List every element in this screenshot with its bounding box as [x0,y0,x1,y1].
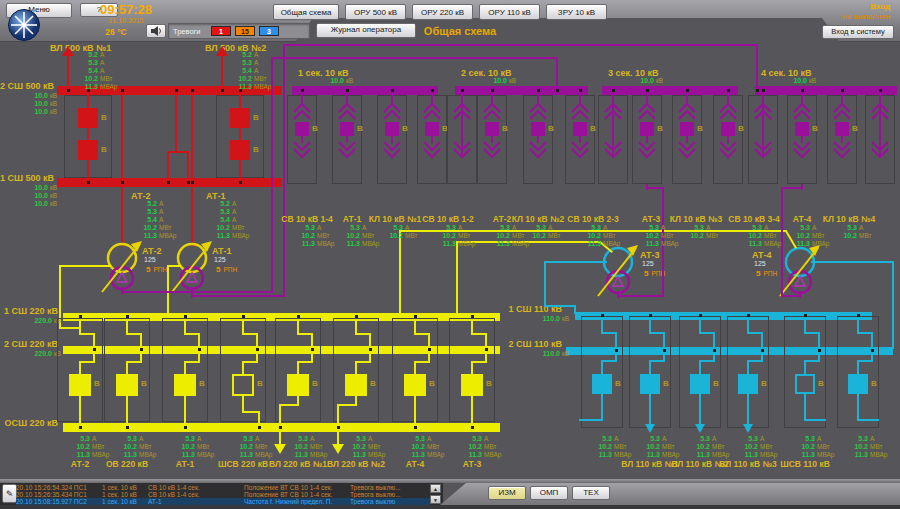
breaker-110[interactable] [592,374,612,394]
breaker-110[interactable] [795,374,815,394]
wire [649,360,651,375]
withdrawable-breaker-10kv[interactable] [830,95,854,169]
breaker-220[interactable] [116,374,138,396]
breaker-state-label: В [502,124,508,134]
breaker-state-label: В [312,379,318,389]
withdrawable-breaker-10kv[interactable] [380,95,404,169]
izm-button[interactable]: ИЗМ [488,486,526,500]
transformer-rating: 125 [214,256,226,265]
junction-dot [191,181,194,184]
withdrawable-breaker-10kv[interactable] [751,95,775,169]
log-cell: СВ 10 кВ 1-4 сек. [148,484,244,491]
tab-oru-220[interactable]: ОРУ 220 кВ [412,4,473,20]
withdrawable-breaker-10kv[interactable] [601,95,625,169]
wire [579,419,603,421]
junction-dot [612,89,615,92]
tab-zru-10[interactable]: ЗРУ 10 кВ [546,4,607,20]
withdrawable-breaker-10kv[interactable] [716,95,740,169]
omp-button[interactable]: ОМП [530,486,568,500]
transformer-tap: 5РПН [216,265,256,274]
log-row[interactable]: 20.10 15:26:35.434 ПС11 сек. 10 кВСВ 10 … [16,491,430,498]
withdrawable-breaker-10kv[interactable] [568,95,592,169]
breaker-220[interactable] [174,374,196,396]
breaker-220[interactable] [345,374,367,396]
breaker-110[interactable] [690,374,710,394]
withdrawable-breaker-10kv[interactable] [290,95,314,169]
junction-dot [258,426,261,429]
wire [242,361,244,375]
breaker-220[interactable] [287,374,309,396]
junction-dot [761,349,764,352]
log-row[interactable]: 20.10 15:26:54.324 ПС11 сек. 10 кВСВ 10 … [16,484,430,491]
wire [79,361,95,363]
wire [279,404,299,406]
withdrawable-breaker-10kv[interactable] [868,95,892,169]
breaker-220[interactable] [69,374,91,396]
alarm-badge-red[interactable]: 1 [211,26,231,36]
login-button[interactable]: Вход в систему [822,25,894,39]
at-feeder-500-measure: 10.2МВт [186,224,258,232]
wire [781,187,803,189]
breaker-500[interactable] [230,140,250,160]
tab-overview[interactable]: Общая схема [273,4,339,20]
breaker-220[interactable] [404,374,426,396]
junction-dot [221,89,224,92]
at-feeder-500-measure: 5.3А [113,208,185,216]
breaker-220[interactable] [461,374,483,396]
breaker-state-label: В [871,379,877,389]
breaker-110[interactable] [640,374,660,394]
wire [699,360,715,362]
junction-dot [87,181,90,184]
withdrawable-breaker-10kv[interactable] [635,95,659,169]
withdrawable-breaker-10kv[interactable] [526,95,550,169]
withdrawable-breaker-10kv[interactable] [790,95,814,169]
wire [804,393,806,421]
wire [857,393,859,421]
alarm-badge-blue[interactable]: 3 [259,26,279,36]
bus-10kv-section-1 [292,86,438,95]
wire [857,360,873,362]
bus-500-1-voltage: 10.0кВ [4,200,76,208]
wire [871,332,873,362]
withdrawable-breaker-10kv[interactable] [675,95,699,169]
wire [804,360,820,362]
arrow-down-icon [695,424,705,433]
withdrawable-breaker-10kv[interactable] [335,95,359,169]
wire [857,419,879,421]
wire [87,159,89,179]
junction-dot [239,181,242,184]
breaker-220[interactable] [232,374,254,396]
operator-journal-button[interactable]: Журнал оператора [316,23,416,38]
junction-dot [355,315,358,318]
withdrawable-breaker-10kv[interactable] [450,95,474,169]
wire [283,44,758,46]
junction-dot [804,314,807,317]
breaker-state-label: В [357,124,363,134]
junction-dot [414,315,417,318]
breaker-500[interactable] [230,108,250,128]
alarm-badge-orange[interactable]: 15 [235,26,255,36]
line-500-measure: 5.3А [54,59,126,67]
wire [167,265,181,267]
wire [456,241,458,319]
junction-dot [126,315,129,318]
breaker-500[interactable] [78,108,98,128]
log-edit-button[interactable]: ✎ [2,484,17,503]
teh-button[interactable]: ТЕХ [572,486,610,500]
withdrawable-breaker-10kv[interactable] [480,95,504,169]
withdrawable-breaker-10kv[interactable] [420,95,444,169]
sound-button[interactable] [146,24,166,38]
breaker-110[interactable] [848,374,868,394]
wire [471,361,473,375]
line-500-measure: 5.4А [208,67,280,75]
log-row[interactable]: 20.10 15:08:15.927 ПС21 сек. 10 кВАТ-1Ча… [16,498,430,505]
event-log[interactable]: ✎ 20.10 15:26:54.324 ПС11 сек. 10 кВСВ 1… [0,483,443,505]
feeder-10kv-measure: 11.3МВАр [615,240,687,248]
log-scroll-down[interactable]: ▼ [430,495,441,504]
tab-oru-110[interactable]: ОРУ 110 кВ [479,4,540,20]
log-scroll-up[interactable]: ▲ [430,484,441,493]
breaker-500[interactable] [78,140,98,160]
wire [79,361,81,375]
tab-oru-500[interactable]: ОРУ 500 кВ [345,4,406,20]
breaker-110[interactable] [738,374,758,394]
